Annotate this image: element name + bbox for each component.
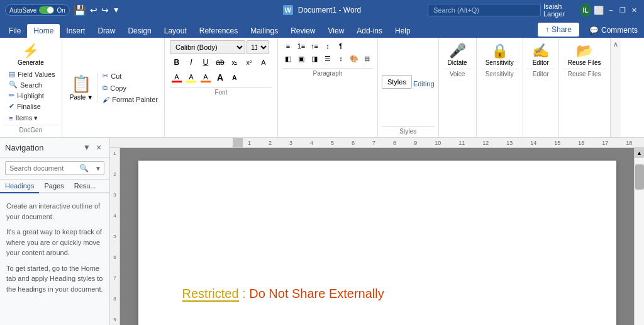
tab-layout[interactable]: Layout [158,24,193,38]
doc-text-content[interactable]: Restricted : Do Not Share Externally [182,287,572,301]
items-button[interactable]: ≡ Items ▾ [6,113,58,123]
justify-button[interactable]: ☰ [321,53,334,64]
editing-button[interactable]: Editing [413,75,435,89]
nav-tab-headings[interactable]: Headings [0,180,39,193]
share-button[interactable]: ↑ Share [538,23,579,37]
font-size-small-button[interactable]: A [228,71,242,84]
sensitivity-button[interactable]: 🔒 Sensitivity [480,40,519,69]
nav-search-icon[interactable]: 🔍 [75,162,92,174]
title-bar-center: W Document1 - Word [216,5,428,15]
tab-insert[interactable]: Insert [60,24,91,38]
comments-button[interactable]: 💬 Comments [583,23,644,37]
editor-label: Editor [533,59,549,66]
font-size-large-button[interactable]: A [213,71,227,84]
vertical-scrollbar[interactable]: ▲ ▼ [634,148,644,325]
ribbon-collapse-button[interactable]: ∧ [611,38,621,137]
search-ribbon-button[interactable]: 🔍 Search [6,79,58,90]
highlight-icon: ✏ [9,91,14,100]
paste-button[interactable]: 📋 Paste ▼ [66,73,97,102]
scroll-track[interactable] [635,158,645,325]
doc-subtitle: Do Not Share Externally [249,287,384,300]
borders-button[interactable]: ⊞ [361,53,374,64]
shading-button[interactable]: 🎨 [348,53,360,64]
nav-content: Create an interactive outline of your do… [0,193,109,307]
tab-draw[interactable]: Draw [91,24,121,38]
tab-review[interactable]: Review [284,24,321,38]
align-left-button[interactable]: ◧ [282,53,294,64]
bullets-button[interactable]: ≡ [282,40,294,52]
highlight-color-button[interactable]: A [184,71,198,84]
reuse-files-group-label: Reuse Files [563,69,606,77]
tab-help[interactable]: Help [389,24,417,38]
subscript-button[interactable]: x₂ [228,55,242,69]
reuse-files-button[interactable]: 📂 Reuse Files [563,40,606,69]
line-spacing-button[interactable]: ↕ [335,53,347,64]
tab-addins[interactable]: Add-ins [350,24,389,38]
nav-settings-icon[interactable]: ▼ [83,143,91,152]
reuse-files-group: 📂 Reuse Files Reuse Files [559,38,611,137]
format-painter-label: Format Painter [112,96,158,103]
copy-button[interactable]: ⧉ Copy [100,83,160,93]
nav-tab-results[interactable]: Resu... [69,180,101,193]
customize-icon[interactable]: ▼ [113,6,120,14]
underline-button[interactable]: U [199,55,213,69]
nav-search-input[interactable] [6,162,75,174]
save-icon[interactable]: 💾 [74,4,86,16]
nav-hint-3: To get started, go to the Home tab and a… [6,263,103,295]
styles-button[interactable]: Styles [382,75,412,89]
user-avatar[interactable]: IL [580,3,591,17]
show-marks-button[interactable]: ¶ [335,40,347,52]
nav-tab-pages[interactable]: Pages [39,180,69,193]
ribbon-tabs-row: File Home Insert Draw Design Layout Refe… [0,20,644,38]
search-input[interactable] [428,4,541,16]
sort-button[interactable]: ↕ [321,40,334,52]
scroll-up-button[interactable]: ▲ [635,148,645,158]
autosave-toggle[interactable] [39,6,54,14]
restore-button[interactable]: ❐ [618,4,628,16]
close-button[interactable]: ✕ [630,4,639,16]
cut-button[interactable]: ✂ Cut [100,71,160,81]
app-body: Navigation ▼ × 🔍 ▼ Headings Pages Resu..… [0,138,644,325]
doc-scroll-area[interactable]: Restricted : Do Not Share Externally [120,148,634,325]
dictate-button[interactable]: 🎤 Dictate [443,40,472,69]
minimize-button[interactable]: − [606,4,616,16]
nav-search-dropdown[interactable]: ▼ [92,163,104,174]
tab-mailings[interactable]: Mailings [244,24,284,38]
tab-home[interactable]: Home [27,24,60,38]
font-name-select[interactable]: Calibri (Body) [170,40,245,54]
undo-icon[interactable]: ↩ [90,5,97,15]
finalise-button[interactable]: ✔ Finalise [6,101,58,111]
italic-button[interactable]: I [184,55,198,69]
font-color-button[interactable]: A [170,71,184,84]
text-shading-button[interactable]: A [199,71,213,84]
tab-file[interactable]: File [3,24,27,38]
font-size-select[interactable]: 11 [247,40,269,54]
superscript-button[interactable]: x² [242,55,256,69]
format-painter-button[interactable]: 🖌 Format Painter [100,94,160,105]
tab-view[interactable]: View [322,24,351,38]
align-center-button[interactable]: ▣ [295,53,308,64]
tab-design[interactable]: Design [121,24,157,38]
ribbon-toggle-icon[interactable]: ⬜ [594,6,604,15]
font-name-row: Calibri (Body) 11 [170,40,272,54]
ruler-top: 12345678910111213141516171819 [110,138,644,148]
generate-button[interactable]: ⚡ Generate [4,40,58,69]
tab-references[interactable]: References [193,24,244,38]
field-values-label: Field Values [18,71,55,78]
redo-icon[interactable]: ↪ [101,5,109,15]
autosave-button[interactable]: AutoSave On [5,4,70,16]
nav-close-button[interactable]: × [93,142,104,153]
highlight-button[interactable]: ✏ Highlight [6,90,58,101]
clear-format-button[interactable]: A [257,55,270,69]
multilevel-button[interactable]: ↑≡ [308,40,321,52]
strikethrough-button[interactable]: ab [213,55,227,69]
align-right-button[interactable]: ◨ [308,53,321,64]
field-values-button[interactable]: ▤ Field Values [6,69,58,79]
paste-dropdown-icon: ▼ [87,94,93,101]
ruler-corner [233,138,243,148]
editor-button[interactable]: ✍ Editor [527,40,555,69]
scroll-thumb[interactable] [635,164,644,190]
bold-button[interactable]: B [170,55,184,69]
para-list-row: ≡ 1≡ ↑≡ ↕ ¶ [282,40,374,52]
numbering-button[interactable]: 1≡ [295,40,308,52]
